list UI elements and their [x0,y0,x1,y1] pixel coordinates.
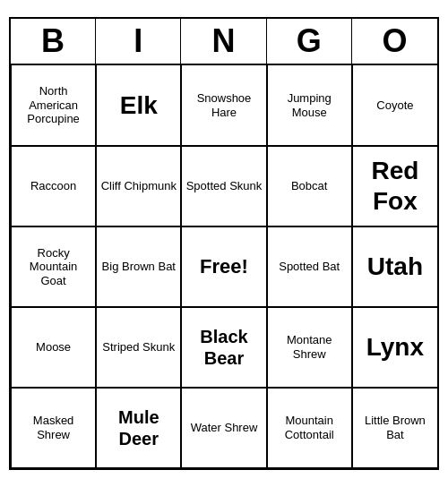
bingo-cell-24: Little Brown Bat [352,388,437,468]
bingo-cell-3: Jumping Mouse [267,65,352,146]
bingo-cell-15: Moose [11,307,96,388]
header-letter-n: N [181,19,266,64]
bingo-cell-2: Snowshoe Hare [181,65,266,146]
bingo-cell-20: Masked Shrew [11,388,96,468]
bingo-cell-7: Spotted Skunk [181,146,266,226]
header-letter-g: G [267,19,352,64]
bingo-cell-1: Elk [96,65,181,146]
bingo-cell-10: Rocky Mountain Goat [11,226,96,307]
bingo-header: BINGO [11,19,437,65]
bingo-cell-9: Red Fox [352,146,437,226]
bingo-cell-22: Water Shrew [181,388,266,468]
bingo-cell-12: Free! [181,226,266,307]
bingo-cell-11: Big Brown Bat [96,226,181,307]
header-letter-o: O [352,19,437,64]
bingo-cell-23: Mountain Cottontail [267,388,352,468]
bingo-cell-13: Spotted Bat [267,226,352,307]
bingo-cell-21: Mule Deer [96,388,181,468]
header-letter-i: I [96,19,181,64]
bingo-grid: North American PorcupineElkSnowshoe Hare… [11,65,437,468]
bingo-cell-17: Black Bear [181,307,266,388]
bingo-cell-18: Montane Shrew [267,307,352,388]
header-letter-b: B [11,19,96,64]
bingo-cell-6: Cliff Chipmunk [96,146,181,226]
bingo-cell-16: Striped Skunk [96,307,181,388]
bingo-card: BINGO North American PorcupineElkSnowsho… [9,17,439,470]
bingo-cell-19: Lynx [352,307,437,388]
bingo-cell-8: Bobcat [267,146,352,226]
bingo-cell-4: Coyote [352,65,437,146]
bingo-cell-0: North American Porcupine [11,65,96,146]
bingo-cell-5: Raccoon [11,146,96,226]
bingo-cell-14: Utah [352,226,437,307]
